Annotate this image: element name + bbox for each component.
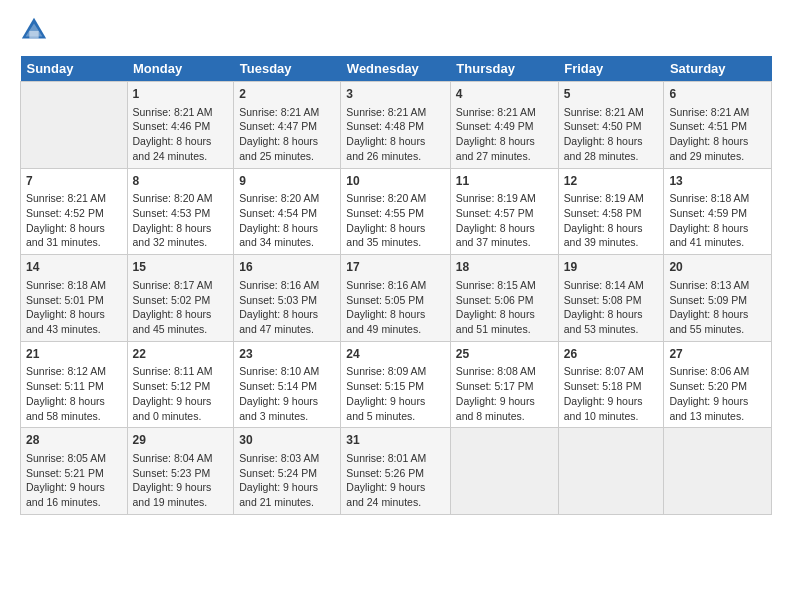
col-header-monday: Monday bbox=[127, 56, 234, 82]
day-number: 9 bbox=[239, 173, 335, 190]
day-info: Sunrise: 8:11 AMSunset: 5:12 PMDaylight:… bbox=[133, 364, 229, 423]
day-cell bbox=[450, 428, 558, 515]
day-cell: 24Sunrise: 8:09 AMSunset: 5:15 PMDayligh… bbox=[341, 341, 451, 428]
day-info: Sunrise: 8:21 AMSunset: 4:52 PMDaylight:… bbox=[26, 191, 122, 250]
day-cell: 8Sunrise: 8:20 AMSunset: 4:53 PMDaylight… bbox=[127, 168, 234, 255]
day-number: 10 bbox=[346, 173, 445, 190]
day-cell: 25Sunrise: 8:08 AMSunset: 5:17 PMDayligh… bbox=[450, 341, 558, 428]
header bbox=[20, 16, 772, 44]
day-cell: 10Sunrise: 8:20 AMSunset: 4:55 PMDayligh… bbox=[341, 168, 451, 255]
week-row-2: 7Sunrise: 8:21 AMSunset: 4:52 PMDaylight… bbox=[21, 168, 772, 255]
day-number: 17 bbox=[346, 259, 445, 276]
day-info: Sunrise: 8:20 AMSunset: 4:55 PMDaylight:… bbox=[346, 191, 445, 250]
day-number: 26 bbox=[564, 346, 659, 363]
day-info: Sunrise: 8:21 AMSunset: 4:46 PMDaylight:… bbox=[133, 105, 229, 164]
day-info: Sunrise: 8:04 AMSunset: 5:23 PMDaylight:… bbox=[133, 451, 229, 510]
day-number: 4 bbox=[456, 86, 553, 103]
day-info: Sunrise: 8:17 AMSunset: 5:02 PMDaylight:… bbox=[133, 278, 229, 337]
day-info: Sunrise: 8:14 AMSunset: 5:08 PMDaylight:… bbox=[564, 278, 659, 337]
page-container: SundayMondayTuesdayWednesdayThursdayFrid… bbox=[0, 0, 792, 525]
week-row-4: 21Sunrise: 8:12 AMSunset: 5:11 PMDayligh… bbox=[21, 341, 772, 428]
day-info: Sunrise: 8:21 AMSunset: 4:48 PMDaylight:… bbox=[346, 105, 445, 164]
header-row: SundayMondayTuesdayWednesdayThursdayFrid… bbox=[21, 56, 772, 82]
day-number: 19 bbox=[564, 259, 659, 276]
day-number: 20 bbox=[669, 259, 766, 276]
day-cell: 23Sunrise: 8:10 AMSunset: 5:14 PMDayligh… bbox=[234, 341, 341, 428]
day-number: 29 bbox=[133, 432, 229, 449]
day-info: Sunrise: 8:18 AMSunset: 4:59 PMDaylight:… bbox=[669, 191, 766, 250]
day-info: Sunrise: 8:16 AMSunset: 5:05 PMDaylight:… bbox=[346, 278, 445, 337]
day-cell: 9Sunrise: 8:20 AMSunset: 4:54 PMDaylight… bbox=[234, 168, 341, 255]
day-cell: 5Sunrise: 8:21 AMSunset: 4:50 PMDaylight… bbox=[558, 82, 664, 169]
week-row-5: 28Sunrise: 8:05 AMSunset: 5:21 PMDayligh… bbox=[21, 428, 772, 515]
week-row-1: 1Sunrise: 8:21 AMSunset: 4:46 PMDaylight… bbox=[21, 82, 772, 169]
day-number: 5 bbox=[564, 86, 659, 103]
day-info: Sunrise: 8:21 AMSunset: 4:49 PMDaylight:… bbox=[456, 105, 553, 164]
day-info: Sunrise: 8:09 AMSunset: 5:15 PMDaylight:… bbox=[346, 364, 445, 423]
col-header-tuesday: Tuesday bbox=[234, 56, 341, 82]
day-info: Sunrise: 8:20 AMSunset: 4:53 PMDaylight:… bbox=[133, 191, 229, 250]
day-cell bbox=[558, 428, 664, 515]
day-number: 15 bbox=[133, 259, 229, 276]
day-info: Sunrise: 8:12 AMSunset: 5:11 PMDaylight:… bbox=[26, 364, 122, 423]
day-cell: 13Sunrise: 8:18 AMSunset: 4:59 PMDayligh… bbox=[664, 168, 772, 255]
day-cell: 15Sunrise: 8:17 AMSunset: 5:02 PMDayligh… bbox=[127, 255, 234, 342]
day-number: 22 bbox=[133, 346, 229, 363]
day-info: Sunrise: 8:06 AMSunset: 5:20 PMDaylight:… bbox=[669, 364, 766, 423]
week-row-3: 14Sunrise: 8:18 AMSunset: 5:01 PMDayligh… bbox=[21, 255, 772, 342]
day-number: 27 bbox=[669, 346, 766, 363]
col-header-thursday: Thursday bbox=[450, 56, 558, 82]
day-cell: 18Sunrise: 8:15 AMSunset: 5:06 PMDayligh… bbox=[450, 255, 558, 342]
day-cell: 31Sunrise: 8:01 AMSunset: 5:26 PMDayligh… bbox=[341, 428, 451, 515]
day-cell: 7Sunrise: 8:21 AMSunset: 4:52 PMDaylight… bbox=[21, 168, 128, 255]
day-cell: 14Sunrise: 8:18 AMSunset: 5:01 PMDayligh… bbox=[21, 255, 128, 342]
day-cell: 22Sunrise: 8:11 AMSunset: 5:12 PMDayligh… bbox=[127, 341, 234, 428]
logo-icon bbox=[20, 16, 48, 44]
col-header-wednesday: Wednesday bbox=[341, 56, 451, 82]
day-cell: 28Sunrise: 8:05 AMSunset: 5:21 PMDayligh… bbox=[21, 428, 128, 515]
day-info: Sunrise: 8:15 AMSunset: 5:06 PMDaylight:… bbox=[456, 278, 553, 337]
day-info: Sunrise: 8:20 AMSunset: 4:54 PMDaylight:… bbox=[239, 191, 335, 250]
day-cell: 20Sunrise: 8:13 AMSunset: 5:09 PMDayligh… bbox=[664, 255, 772, 342]
day-number: 16 bbox=[239, 259, 335, 276]
day-number: 11 bbox=[456, 173, 553, 190]
day-cell: 2Sunrise: 8:21 AMSunset: 4:47 PMDaylight… bbox=[234, 82, 341, 169]
day-cell: 29Sunrise: 8:04 AMSunset: 5:23 PMDayligh… bbox=[127, 428, 234, 515]
day-info: Sunrise: 8:01 AMSunset: 5:26 PMDaylight:… bbox=[346, 451, 445, 510]
day-cell bbox=[664, 428, 772, 515]
day-number: 24 bbox=[346, 346, 445, 363]
day-number: 25 bbox=[456, 346, 553, 363]
day-cell: 26Sunrise: 8:07 AMSunset: 5:18 PMDayligh… bbox=[558, 341, 664, 428]
day-info: Sunrise: 8:18 AMSunset: 5:01 PMDaylight:… bbox=[26, 278, 122, 337]
day-number: 8 bbox=[133, 173, 229, 190]
day-cell: 16Sunrise: 8:16 AMSunset: 5:03 PMDayligh… bbox=[234, 255, 341, 342]
day-number: 12 bbox=[564, 173, 659, 190]
day-cell: 17Sunrise: 8:16 AMSunset: 5:05 PMDayligh… bbox=[341, 255, 451, 342]
day-cell: 21Sunrise: 8:12 AMSunset: 5:11 PMDayligh… bbox=[21, 341, 128, 428]
day-number: 21 bbox=[26, 346, 122, 363]
day-cell: 19Sunrise: 8:14 AMSunset: 5:08 PMDayligh… bbox=[558, 255, 664, 342]
col-header-friday: Friday bbox=[558, 56, 664, 82]
day-cell: 6Sunrise: 8:21 AMSunset: 4:51 PMDaylight… bbox=[664, 82, 772, 169]
day-number: 1 bbox=[133, 86, 229, 103]
day-info: Sunrise: 8:13 AMSunset: 5:09 PMDaylight:… bbox=[669, 278, 766, 337]
day-info: Sunrise: 8:19 AMSunset: 4:58 PMDaylight:… bbox=[564, 191, 659, 250]
day-info: Sunrise: 8:21 AMSunset: 4:47 PMDaylight:… bbox=[239, 105, 335, 164]
day-info: Sunrise: 8:08 AMSunset: 5:17 PMDaylight:… bbox=[456, 364, 553, 423]
day-number: 6 bbox=[669, 86, 766, 103]
day-info: Sunrise: 8:19 AMSunset: 4:57 PMDaylight:… bbox=[456, 191, 553, 250]
day-number: 30 bbox=[239, 432, 335, 449]
day-info: Sunrise: 8:21 AMSunset: 4:50 PMDaylight:… bbox=[564, 105, 659, 164]
col-header-saturday: Saturday bbox=[664, 56, 772, 82]
day-number: 3 bbox=[346, 86, 445, 103]
col-header-sunday: Sunday bbox=[21, 56, 128, 82]
day-number: 28 bbox=[26, 432, 122, 449]
day-cell: 4Sunrise: 8:21 AMSunset: 4:49 PMDaylight… bbox=[450, 82, 558, 169]
day-number: 7 bbox=[26, 173, 122, 190]
day-number: 14 bbox=[26, 259, 122, 276]
calendar-table: SundayMondayTuesdayWednesdayThursdayFrid… bbox=[20, 56, 772, 515]
day-info: Sunrise: 8:05 AMSunset: 5:21 PMDaylight:… bbox=[26, 451, 122, 510]
day-cell: 27Sunrise: 8:06 AMSunset: 5:20 PMDayligh… bbox=[664, 341, 772, 428]
day-cell: 1Sunrise: 8:21 AMSunset: 4:46 PMDaylight… bbox=[127, 82, 234, 169]
day-number: 13 bbox=[669, 173, 766, 190]
